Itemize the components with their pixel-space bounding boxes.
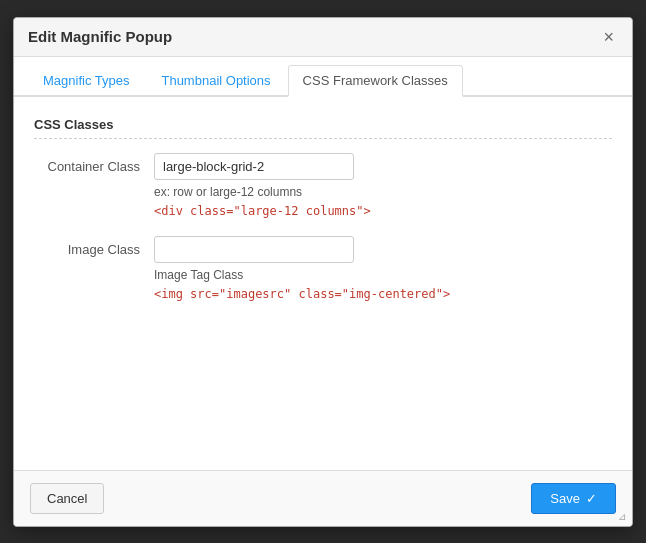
close-button[interactable]: × [599, 28, 618, 46]
tab-bar: Magnific Types Thumbnail Options CSS Fra… [14, 57, 632, 97]
checkmark-icon: ✓ [586, 491, 597, 506]
container-class-code: <div class="large-12 columns"> [154, 202, 612, 220]
tab-thumbnail-options[interactable]: Thumbnail Options [146, 65, 285, 95]
tab-magnific-types[interactable]: Magnific Types [28, 65, 144, 95]
save-button[interactable]: Save ✓ [531, 483, 616, 514]
dialog-footer: Cancel Save ✓ [14, 470, 632, 526]
container-class-group: Container Class ex: row or large-12 colu… [34, 153, 612, 220]
image-class-content: Image Tag Class <img src="imagesrc" clas… [154, 236, 612, 303]
resize-handle[interactable]: ⊿ [618, 512, 630, 524]
image-class-hint: Image Tag Class [154, 268, 612, 282]
container-class-label: Container Class [34, 153, 154, 174]
dialog-title: Edit Magnific Popup [28, 28, 172, 45]
dialog-header: Edit Magnific Popup × [14, 18, 632, 57]
tab-css-framework-classes[interactable]: CSS Framework Classes [288, 65, 463, 97]
image-class-code: <img src="imagesrc" class="img-centered"… [154, 285, 612, 303]
cancel-button[interactable]: Cancel [30, 483, 104, 514]
image-class-group: Image Class Image Tag Class <img src="im… [34, 236, 612, 303]
dialog-body: CSS Classes Container Class ex: row or l… [14, 97, 632, 470]
container-class-hint: ex: row or large-12 columns [154, 185, 612, 199]
container-class-input[interactable] [154, 153, 354, 180]
image-class-input[interactable] [154, 236, 354, 263]
edit-magnific-popup-dialog: Edit Magnific Popup × Magnific Types Thu… [13, 17, 633, 527]
container-class-content: ex: row or large-12 columns <div class="… [154, 153, 612, 220]
section-title: CSS Classes [34, 117, 612, 139]
dialog-overlay: Edit Magnific Popup × Magnific Types Thu… [0, 0, 646, 543]
image-class-label: Image Class [34, 236, 154, 257]
save-label: Save [550, 491, 580, 506]
